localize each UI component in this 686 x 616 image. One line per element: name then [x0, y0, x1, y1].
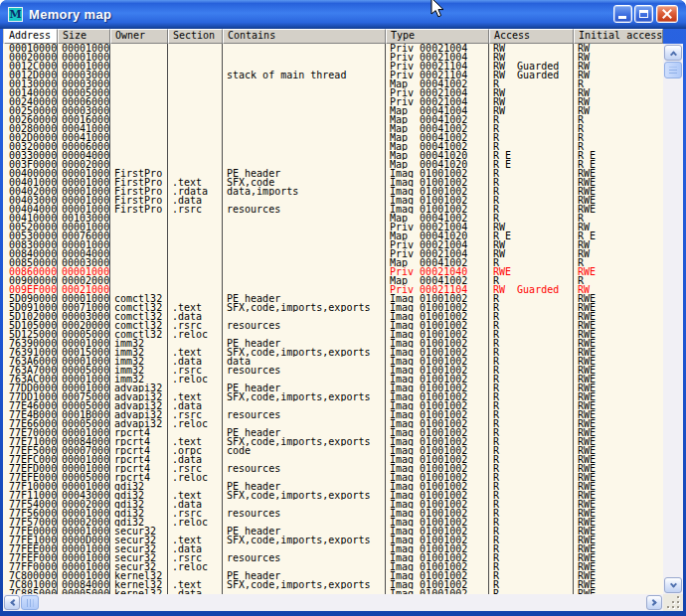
scroll-right-button[interactable]: [646, 595, 662, 610]
table-row[interactable]: 0040300000001000FirstPro.dataImag 010010…: [3, 196, 663, 205]
table-row[interactable]: 77E4600000005000advapi32.dataImag 010010…: [3, 401, 663, 410]
cell-owner: [110, 160, 168, 169]
column-header-type[interactable]: Type: [386, 29, 489, 44]
table-row[interactable]: 77FF000000001000secur32.relocImag 010010…: [3, 562, 663, 571]
maximize-button[interactable]: [634, 5, 653, 23]
scroll-down-button[interactable]: [664, 577, 682, 593]
cell-initial-access: RW: [574, 106, 661, 115]
vertical-scroll-thumb[interactable]: [664, 62, 682, 78]
table-row[interactable]: 0041000000103000Map 00041002RR: [3, 214, 663, 223]
cell-owner: kernel32: [110, 571, 168, 580]
column-header-section[interactable]: Section: [168, 29, 223, 44]
cell-initial-access: RWE: [574, 330, 661, 339]
horizontal-scrollbar[interactable]: [3, 594, 663, 611]
resize-grip[interactable]: [663, 594, 683, 611]
column-header-access[interactable]: Access: [489, 29, 574, 44]
column-header-initial-access[interactable]: Initial access: [574, 29, 663, 44]
table-row[interactable]: 0053000000076000Map 00041020R ER E: [3, 231, 663, 240]
table-row[interactable]: 0025000000003000Map 00041004RWRW: [3, 106, 663, 115]
table-row[interactable]: 77E7000000001000rpcrt4PE headerImag 0100…: [3, 428, 663, 437]
table-row[interactable]: 77DD000000001000advapi32PE headerImag 01…: [3, 384, 663, 392]
table-row[interactable]: 0032000000006000Map 00041002RR: [3, 142, 663, 151]
table-row[interactable]: 7639100000015000imm32.textSFX,code,impor…: [3, 348, 663, 357]
cell-type: Imag 01001002: [386, 169, 489, 178]
table-row[interactable]: 5D09100000071000comctl32.textSFX,code,im…: [3, 303, 663, 312]
table-row[interactable]: 77F5400000002000gdi32.dataImag 01001002R…: [3, 500, 663, 509]
cell-address: 77EFC000: [4, 455, 58, 464]
cell-owner: [110, 267, 168, 276]
table-row[interactable]: 77EFD00000001000rpcrt4.rsrcresourcesImag…: [3, 464, 663, 473]
minimize-button[interactable]: [613, 5, 632, 23]
table-row[interactable]: 5D09000000001000comctl32PE headerImag 01…: [3, 294, 663, 303]
table-row[interactable]: 0086000000001000Priv 00021040RWERWE: [3, 267, 663, 276]
table-row[interactable]: 0052000000001000Priv 00021004RWRW: [3, 223, 663, 231]
cell-contains: [223, 258, 386, 267]
table-row[interactable]: 0024000000006000Priv 00021004RWRW: [3, 97, 663, 106]
column-header-size[interactable]: Size: [58, 29, 110, 44]
table-row[interactable]: 0001000000001000Priv 00021004RWRW: [3, 44, 663, 53]
table-row[interactable]: 0040200000001000FirstPro.rdatadata,impor…: [3, 187, 663, 196]
table-row[interactable]: 77EFE00000005000rpcrt4.relocImag 0100100…: [3, 473, 663, 482]
table-row[interactable]: 77E6600000005000advapi32.relocImag 01001…: [3, 419, 663, 428]
table-row[interactable]: 77FE10000000D000secur32.textSFX,code,imp…: [3, 536, 663, 544]
scroll-left-button[interactable]: [4, 595, 20, 610]
table-row[interactable]: 77E4B0000001B000advapi32.rsrcresourcesIm…: [3, 410, 663, 419]
cell-initial-access: RWE: [574, 544, 661, 553]
table-row[interactable]: 77FEE00000001000secur32.dataImag 0100100…: [3, 544, 663, 553]
table-row[interactable]: 7C80000000001000kernel32PE headerImag 01…: [3, 571, 663, 580]
table-row[interactable]: 009EF00000021000Priv 00021104RW GuardedR…: [3, 285, 663, 294]
table-row[interactable]: 0040100000001000FirstPro.textSFX,codeIma…: [3, 178, 663, 187]
cell-contains: data,imports: [223, 187, 386, 196]
table-row[interactable]: 0040000000001000FirstProPE headerImag 01…: [3, 169, 663, 178]
table-row[interactable]: 003F000000002000Map 00041020R ER E: [3, 160, 663, 169]
cell-initial-access: RWE: [574, 437, 661, 446]
table-row[interactable]: 0002000000001000Priv 00021004RWRW: [3, 53, 663, 62]
table-row[interactable]: 7C80100000084000kernel32.textSFX,code,im…: [3, 580, 663, 589]
column-header-address[interactable]: Address: [4, 29, 58, 44]
table-row[interactable]: 0012C00000001000Priv 00021104RW GuardedR…: [3, 62, 663, 71]
table-row[interactable]: 77F1000000001000gdi32PE headerImag 01001…: [3, 482, 663, 491]
cell-contains: SFX,code: [223, 178, 386, 187]
table-row[interactable]: 77FEF00000001000secur32.rsrcresourcesIma…: [3, 553, 663, 562]
column-header-owner[interactable]: Owner: [110, 29, 168, 44]
table-row[interactable]: 77F5700000002000gdi32.relocImag 01001002…: [3, 518, 663, 527]
column-header-contains[interactable]: Contains: [223, 29, 386, 44]
table-row[interactable]: 77F1100000043000gdi32.textSFX,code,impor…: [3, 491, 663, 500]
table-row[interactable]: 5D12500000005000comctl32.relocImag 01001…: [3, 330, 663, 339]
horizontal-scroll-thumb[interactable]: [21, 595, 39, 610]
table-row[interactable]: 77DD100000075000advapi32.textSFX,code,im…: [3, 392, 663, 401]
table-row[interactable]: 5D10500000020000comctl32.rsrcresourcesIm…: [3, 321, 663, 330]
table-row[interactable]: 77EFC00000001000rpcrt4.dataImag 01001002…: [3, 455, 663, 464]
table-row[interactable]: 0084000000004000Priv 00021004RWRW: [3, 249, 663, 258]
table-row[interactable]: 0040400000001000FirstPro.rsrcresourcesIm…: [3, 205, 663, 214]
table-row[interactable]: 0083000000001000Priv 00021004RWRW: [3, 240, 663, 249]
table-row[interactable]: 77EF500000007000rpcrt4.orpccodeImag 0100…: [3, 446, 663, 455]
table-row[interactable]: 0026000000016000Map 00041002RR: [3, 115, 663, 124]
close-button[interactable]: [656, 5, 678, 23]
table-row[interactable]: 002D000000041000Map 00041002RR: [3, 133, 663, 142]
table-row[interactable]: 0013000000003000Map 00041002RR: [3, 79, 663, 88]
scroll-up-button[interactable]: [664, 45, 682, 61]
table-row[interactable]: 5D10200000003000comctl32.dataImag 010010…: [3, 312, 663, 321]
table-row[interactable]: 0014000000005000Priv 00021004RWRW: [3, 88, 663, 97]
table-row[interactable]: 0033000000004000Map 00041020R ER E: [3, 151, 663, 160]
table-row[interactable]: 0090000000002000Map 00041002RR: [3, 276, 663, 285]
cell-size: 00003000: [58, 71, 110, 79]
cell-initial-access: RW: [574, 285, 661, 294]
cell-address: 7C801000: [4, 580, 58, 589]
table-row[interactable]: 77F5600000001000gdi32.rsrcresourcesImag …: [3, 509, 663, 518]
cell-size: 00001000: [58, 178, 110, 187]
table-row[interactable]: 0085000000003000Map 00041002RR: [3, 258, 663, 267]
table-row[interactable]: 763A700000005000imm32.rsrcresourcesImag …: [3, 366, 663, 375]
cell-type: Imag 01001002: [386, 384, 489, 392]
vertical-scrollbar[interactable]: [663, 44, 683, 594]
minimize-icon: [618, 16, 626, 19]
table-row[interactable]: 0012D00000003000stack of main threadPriv…: [3, 71, 663, 79]
table-row[interactable]: 763AC00000001000imm32.relocImag 01001002…: [3, 375, 663, 384]
table-row[interactable]: 7639000000001000imm32PE headerImag 01001…: [3, 339, 663, 348]
table-row[interactable]: 0028000000041000Map 00041002RR: [3, 124, 663, 133]
table-row[interactable]: 77E7100000084000rpcrt4.textSFX,code,impo…: [3, 437, 663, 446]
table-row[interactable]: 77FE000000001000secur32PE headerImag 010…: [3, 527, 663, 536]
cell-initial-access: RWE: [574, 294, 661, 303]
table-row[interactable]: 763A600000001000imm32.datadataImag 01001…: [3, 357, 663, 366]
